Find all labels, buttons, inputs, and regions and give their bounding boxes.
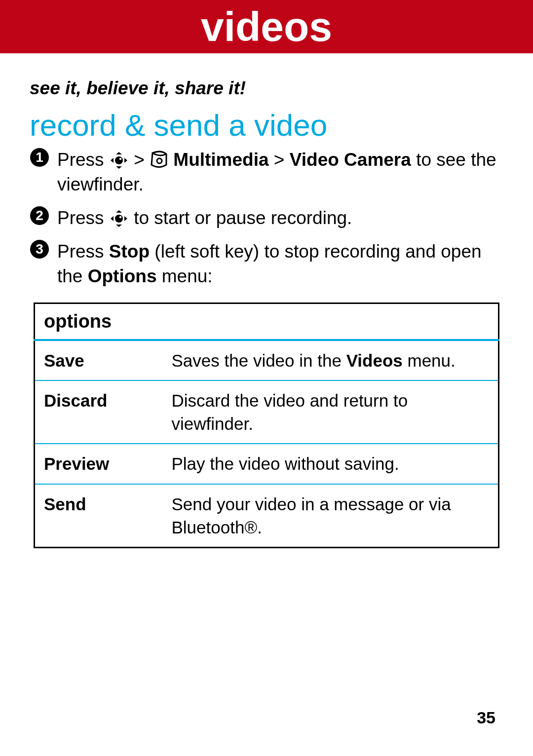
option-row: Preview Play the video without saving. — [35, 444, 499, 484]
text: Saves the video in the — [172, 351, 346, 370]
step-1: 1 Press > — [30, 148, 503, 197]
option-desc: Saves the video in the Videos menu. — [163, 340, 499, 380]
options-table: options Save Saves the video in the Vide… — [34, 302, 499, 549]
option-desc: Discard the video and return to viewfind… — [163, 380, 499, 444]
chapter-title: videos — [201, 3, 332, 51]
center-key-icon — [109, 152, 129, 169]
text: > — [274, 150, 290, 170]
multimedia-icon — [150, 150, 168, 169]
option-row: Save Saves the video in the Videos menu. — [35, 340, 499, 380]
option-name: Preview — [35, 444, 163, 484]
steps-list: 1 Press > — [30, 148, 503, 289]
content-area: see it, believe it, share it! record & s… — [0, 53, 533, 548]
chapter-banner: videos — [0, 0, 533, 53]
svg-marker-11 — [116, 210, 122, 213]
step-number-3-icon: 3 — [30, 239, 57, 259]
menu-video-camera: Video Camera — [290, 150, 411, 170]
options-header: options — [35, 303, 499, 340]
option-desc: Send your video in a message or via Blue… — [163, 484, 499, 548]
svg-point-8 — [157, 158, 162, 163]
option-name: Discard — [35, 380, 163, 444]
svg-text:2: 2 — [36, 208, 43, 223]
step-1-text: Press > — [57, 148, 503, 197]
text: > — [134, 150, 150, 170]
text: to start or pause recording. — [134, 208, 352, 228]
svg-point-6 — [115, 156, 123, 164]
option-name: Save — [35, 340, 163, 380]
option-name: Send — [35, 484, 163, 548]
svg-marker-14 — [124, 216, 127, 221]
svg-marker-5 — [124, 158, 127, 163]
softkey-stop: Stop — [109, 241, 150, 262]
center-key-icon — [109, 210, 129, 227]
svg-marker-12 — [116, 225, 122, 227]
step-2: 2 Press to start or pa — [30, 206, 503, 230]
text: menu: — [162, 266, 213, 286]
text: Send your video in a message or via Blue… — [172, 494, 451, 537]
page-number: 35 — [477, 708, 495, 727]
tagline: see it, believe it, share it! — [30, 78, 503, 99]
step-number-2-icon: 2 — [30, 206, 57, 226]
svg-point-7 — [119, 158, 121, 160]
svg-marker-3 — [116, 166, 122, 169]
step-number-1-icon: 1 — [30, 148, 57, 167]
options-header-row: options — [35, 303, 499, 340]
page: videos see it, believe it, share it! rec… — [0, 0, 533, 756]
step-3-text: Press Stop (left soft key) to stop recor… — [57, 239, 503, 289]
menu-options: Options — [88, 266, 157, 286]
text: Discard the video and return to viewfind… — [172, 391, 408, 433]
svg-marker-2 — [116, 152, 122, 154]
text: Press — [57, 241, 109, 262]
text: Press — [57, 150, 109, 170]
svg-text:3: 3 — [36, 241, 43, 257]
section-heading: record & send a video — [30, 108, 503, 143]
option-row: Send Send your video in a message or via… — [35, 484, 499, 548]
svg-point-16 — [119, 216, 121, 218]
text: Play the video without saving. — [172, 454, 399, 473]
svg-marker-13 — [111, 216, 114, 221]
text: menu. — [403, 351, 456, 370]
option-desc: Play the video without saving. — [163, 444, 499, 484]
svg-point-15 — [115, 215, 123, 223]
step-2-text: Press to start or pause recording. — [57, 206, 503, 230]
option-row: Discard Discard the video and return to … — [35, 380, 499, 444]
step-3: 3 Press Stop (left soft key) to stop rec… — [30, 239, 503, 289]
menu-multimedia: Multimedia — [173, 150, 268, 170]
text-bold: Videos — [346, 351, 403, 370]
svg-text:1: 1 — [36, 150, 43, 165]
text: Press — [57, 208, 109, 228]
svg-marker-4 — [111, 158, 114, 163]
